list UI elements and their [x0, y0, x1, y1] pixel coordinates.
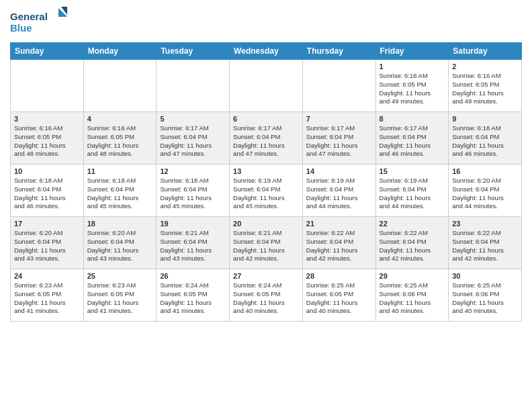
svg-text:Blue: Blue	[10, 22, 32, 34]
col-header-wednesday: Wednesday	[230, 43, 303, 60]
calendar-cell: 9Sunrise: 6:18 AM Sunset: 6:04 PM Daylig…	[449, 112, 522, 165]
calendar-cell: 24Sunrise: 6:23 AM Sunset: 6:05 PM Dayli…	[11, 269, 84, 322]
day-info: Sunrise: 6:22 AM Sunset: 6:04 PM Dayligh…	[380, 229, 445, 263]
day-number: 4	[87, 115, 153, 123]
calendar-cell: 4Sunrise: 6:16 AM Sunset: 6:05 PM Daylig…	[83, 112, 157, 165]
day-info: Sunrise: 6:23 AM Sunset: 6:05 PM Dayligh…	[14, 281, 80, 316]
day-info: Sunrise: 6:21 AM Sunset: 6:04 PM Dayligh…	[233, 229, 299, 263]
day-info: Sunrise: 6:20 AM Sunset: 6:04 PM Dayligh…	[87, 229, 153, 263]
day-info: Sunrise: 6:19 AM Sunset: 6:04 PM Dayligh…	[233, 177, 299, 211]
day-number: 22	[380, 220, 445, 228]
day-info: Sunrise: 6:17 AM Sunset: 6:04 PM Dayligh…	[380, 124, 445, 158]
col-header-thursday: Thursday	[302, 43, 375, 60]
day-number: 21	[306, 220, 372, 228]
day-number: 10	[14, 167, 80, 175]
col-header-sunday: Sunday	[11, 43, 84, 60]
day-info: Sunrise: 6:22 AM Sunset: 6:04 PM Dayligh…	[452, 229, 518, 263]
day-number: 30	[452, 272, 518, 280]
day-info: Sunrise: 6:18 AM Sunset: 6:04 PM Dayligh…	[160, 177, 226, 211]
logo-svg: General Blue	[10, 7, 67, 37]
calendar-cell: 19Sunrise: 6:21 AM Sunset: 6:04 PM Dayli…	[157, 217, 230, 269]
calendar-cell: 30Sunrise: 6:25 AM Sunset: 6:06 PM Dayli…	[449, 269, 522, 322]
calendar-table: SundayMondayTuesdayWednesdayThursdayFrid…	[10, 42, 522, 322]
day-info: Sunrise: 6:17 AM Sunset: 6:04 PM Dayligh…	[233, 124, 299, 158]
day-number: 26	[160, 272, 226, 280]
logo: General Blue	[10, 7, 67, 37]
week-row-2: 10Sunrise: 6:18 AM Sunset: 6:04 PM Dayli…	[11, 165, 522, 217]
day-number: 16	[452, 167, 518, 175]
calendar-cell: 27Sunrise: 6:24 AM Sunset: 6:05 PM Dayli…	[230, 269, 303, 322]
day-number: 3	[14, 115, 80, 123]
day-number: 13	[233, 167, 299, 175]
calendar-cell: 21Sunrise: 6:22 AM Sunset: 6:04 PM Dayli…	[302, 217, 375, 269]
calendar-cell: 7Sunrise: 6:17 AM Sunset: 6:04 PM Daylig…	[302, 112, 375, 165]
calendar-cell: 1Sunrise: 6:16 AM Sunset: 6:05 PM Daylig…	[375, 60, 449, 112]
day-number: 8	[380, 115, 445, 123]
calendar-cell: 29Sunrise: 6:25 AM Sunset: 6:06 PM Dayli…	[375, 269, 449, 322]
calendar-cell: 5Sunrise: 6:17 AM Sunset: 6:04 PM Daylig…	[157, 112, 230, 165]
day-info: Sunrise: 6:25 AM Sunset: 6:05 PM Dayligh…	[306, 281, 372, 316]
day-info: Sunrise: 6:16 AM Sunset: 6:05 PM Dayligh…	[380, 72, 445, 106]
day-number: 29	[380, 272, 445, 280]
calendar-cell: 13Sunrise: 6:19 AM Sunset: 6:04 PM Dayli…	[230, 165, 303, 217]
day-number: 6	[233, 115, 299, 123]
calendar-cell: 16Sunrise: 6:20 AM Sunset: 6:04 PM Dayli…	[449, 165, 522, 217]
calendar-cell	[230, 60, 303, 112]
col-header-saturday: Saturday	[449, 43, 522, 60]
day-info: Sunrise: 6:18 AM Sunset: 6:04 PM Dayligh…	[452, 124, 518, 158]
day-info: Sunrise: 6:25 AM Sunset: 6:06 PM Dayligh…	[452, 281, 518, 316]
day-info: Sunrise: 6:16 AM Sunset: 6:05 PM Dayligh…	[452, 72, 518, 106]
day-number: 15	[380, 167, 445, 175]
calendar-cell: 11Sunrise: 6:18 AM Sunset: 6:04 PM Dayli…	[83, 165, 157, 217]
calendar-header: General Blue	[10, 7, 522, 37]
day-number: 17	[14, 220, 80, 228]
day-number: 5	[160, 115, 226, 123]
day-number: 24	[14, 272, 80, 280]
calendar-cell: 28Sunrise: 6:25 AM Sunset: 6:05 PM Dayli…	[302, 269, 375, 322]
day-number: 20	[233, 220, 299, 228]
calendar-cell	[83, 60, 157, 112]
day-number: 11	[87, 167, 153, 175]
day-info: Sunrise: 6:18 AM Sunset: 6:04 PM Dayligh…	[14, 177, 80, 211]
col-header-friday: Friday	[375, 43, 449, 60]
day-info: Sunrise: 6:16 AM Sunset: 6:05 PM Dayligh…	[87, 124, 153, 158]
day-info: Sunrise: 6:25 AM Sunset: 6:06 PM Dayligh…	[380, 281, 445, 316]
calendar-cell: 22Sunrise: 6:22 AM Sunset: 6:04 PM Dayli…	[375, 217, 449, 269]
col-header-monday: Monday	[83, 43, 157, 60]
day-number: 1	[380, 62, 445, 71]
day-info: Sunrise: 6:19 AM Sunset: 6:04 PM Dayligh…	[380, 177, 445, 211]
day-number: 25	[87, 272, 153, 280]
calendar-thead: SundayMondayTuesdayWednesdayThursdayFrid…	[11, 43, 522, 60]
calendar-cell: 8Sunrise: 6:17 AM Sunset: 6:04 PM Daylig…	[375, 112, 449, 165]
day-info: Sunrise: 6:18 AM Sunset: 6:04 PM Dayligh…	[87, 177, 153, 211]
day-number: 27	[233, 272, 299, 280]
header-row: SundayMondayTuesdayWednesdayThursdayFrid…	[11, 43, 522, 60]
day-info: Sunrise: 6:22 AM Sunset: 6:04 PM Dayligh…	[306, 229, 372, 263]
calendar-cell: 3Sunrise: 6:16 AM Sunset: 6:05 PM Daylig…	[11, 112, 84, 165]
day-number: 2	[452, 62, 518, 71]
calendar-cell: 12Sunrise: 6:18 AM Sunset: 6:04 PM Dayli…	[157, 165, 230, 217]
day-info: Sunrise: 6:17 AM Sunset: 6:04 PM Dayligh…	[306, 124, 372, 158]
calendar-cell	[11, 60, 84, 112]
day-number: 23	[452, 220, 518, 228]
svg-text:General: General	[10, 11, 48, 22]
calendar-cell: 17Sunrise: 6:20 AM Sunset: 6:04 PM Dayli…	[11, 217, 84, 269]
calendar-cell: 6Sunrise: 6:17 AM Sunset: 6:04 PM Daylig…	[230, 112, 303, 165]
calendar-container: General Blue SundayMondayTuesdayWednesda…	[0, 0, 532, 328]
col-header-tuesday: Tuesday	[157, 43, 230, 60]
calendar-cell: 2Sunrise: 6:16 AM Sunset: 6:05 PM Daylig…	[449, 60, 522, 112]
calendar-cell: 18Sunrise: 6:20 AM Sunset: 6:04 PM Dayli…	[83, 217, 157, 269]
week-row-4: 24Sunrise: 6:23 AM Sunset: 6:05 PM Dayli…	[11, 269, 522, 322]
calendar-cell: 20Sunrise: 6:21 AM Sunset: 6:04 PM Dayli…	[230, 217, 303, 269]
calendar-tbody: 1Sunrise: 6:16 AM Sunset: 6:05 PM Daylig…	[11, 60, 522, 322]
calendar-cell: 10Sunrise: 6:18 AM Sunset: 6:04 PM Dayli…	[11, 165, 84, 217]
week-row-3: 17Sunrise: 6:20 AM Sunset: 6:04 PM Dayli…	[11, 217, 522, 269]
calendar-cell: 15Sunrise: 6:19 AM Sunset: 6:04 PM Dayli…	[375, 165, 449, 217]
day-number: 9	[452, 115, 518, 123]
day-info: Sunrise: 6:19 AM Sunset: 6:04 PM Dayligh…	[306, 177, 372, 211]
day-info: Sunrise: 6:24 AM Sunset: 6:05 PM Dayligh…	[160, 281, 226, 316]
calendar-cell	[302, 60, 375, 112]
day-info: Sunrise: 6:21 AM Sunset: 6:04 PM Dayligh…	[160, 229, 226, 263]
day-info: Sunrise: 6:20 AM Sunset: 6:04 PM Dayligh…	[14, 229, 80, 263]
day-info: Sunrise: 6:24 AM Sunset: 6:05 PM Dayligh…	[233, 281, 299, 316]
